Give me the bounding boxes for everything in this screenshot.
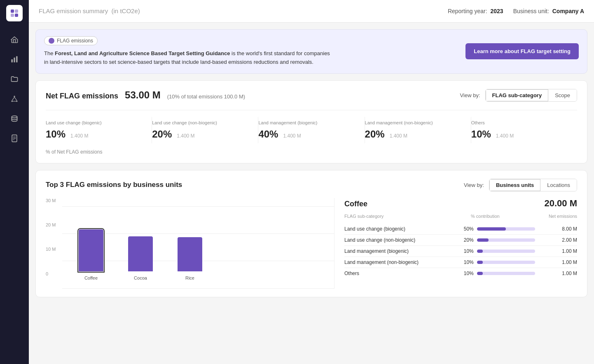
progress-bar (477, 238, 535, 242)
row-net: 2.00 M (538, 237, 577, 243)
toggle-business-units[interactable]: Business units (489, 179, 540, 191)
folder-icon[interactable] (6, 71, 23, 87)
row-pct: 10% (444, 259, 474, 265)
net-flag-value: 53.00 M (125, 89, 161, 101)
chart-bars[interactable]: Coffee Cocoa Rice (62, 206, 334, 280)
net-flag-title: Net FLAG emissions (46, 92, 118, 100)
category-cards: Land use change (biogenic) 10% 1.400 M L… (46, 110, 577, 143)
net-flag-footnote: % of Net FLAG emissions (46, 149, 577, 155)
chart-icon[interactable] (6, 51, 23, 68)
top3-content: 30 M20 M10 M0 Coffee Cocoa Ri (46, 198, 577, 289)
learn-more-button[interactable]: Learn more about FLAG target setting (465, 43, 579, 59)
top3-view-by: View by: Business units Locations (464, 179, 577, 191)
svg-rect-0 (11, 9, 14, 13)
svg-rect-3 (15, 14, 18, 17)
col-header-net: Net emissions (500, 214, 577, 219)
view-by-label: View by: (460, 92, 480, 98)
category-card-4: Others 10% 1.400 M (471, 117, 577, 143)
svg-rect-4 (12, 59, 13, 63)
gridline-0 (62, 288, 334, 289)
bar-label: Coffee (84, 275, 98, 280)
top3-section: Top 3 FLAG emissions by business units V… (35, 170, 587, 297)
category-amount: 1.400 M (390, 133, 407, 139)
category-amount: 1.400 M (177, 133, 194, 139)
detail-col-headers: FLAG sub-category % contribution Net emi… (344, 214, 577, 220)
category-pct: 40% (258, 128, 278, 140)
bar-rice[interactable] (178, 237, 202, 271)
detail-item-name: Coffee (344, 200, 367, 208)
flag-badge-icon (49, 38, 54, 44)
detail-header: Coffee 20.00 M (344, 198, 577, 209)
net-flag-header: Net FLAG emissions 53.00 M (10% of total… (46, 89, 577, 102)
net-flag-title-group: Net FLAG emissions 53.00 M (10% of total… (46, 89, 245, 101)
category-pct: 20% (365, 128, 385, 140)
row-pct: 10% (444, 271, 474, 276)
flag-banner-content: FLAG emissions The Forest, Land and Agri… (44, 36, 332, 67)
svg-rect-1 (15, 9, 18, 13)
bar-group-cocoa[interactable]: Cocoa (128, 236, 153, 280)
col-header-category: FLAG sub-category (344, 214, 448, 219)
row-net: 1.00 M (538, 271, 577, 276)
bar-cocoa[interactable] (128, 236, 153, 271)
svg-rect-2 (11, 14, 14, 17)
network-icon[interactable] (6, 91, 23, 107)
category-card-2: Land management (biogenic) 40% 1.400 M (258, 117, 365, 143)
progress-bar (477, 272, 535, 275)
flag-badge: FLAG emissions (44, 36, 98, 45)
row-net: 8.00 M (538, 226, 577, 232)
progress-bar (477, 250, 535, 253)
net-flag-section: Net FLAG emissions 53.00 M (10% of total… (35, 80, 587, 163)
svg-line-10 (12, 97, 14, 100)
top3-header: Top 3 FLAG emissions by business units V… (46, 179, 577, 191)
document-icon[interactable] (6, 130, 23, 147)
category-label: Land use change (non-biogenic) (152, 120, 251, 125)
bar-chart: 30 M20 M10 M0 Coffee Cocoa Ri (46, 198, 334, 289)
header-meta: Reporting year: 2023 Business unit: Comp… (448, 8, 584, 14)
detail-area: Coffee 20.00 M FLAG sub-category % contr… (334, 198, 577, 289)
detail-row: Land management (biogenic) 10% 1.00 M (344, 246, 577, 257)
col-header-contribution: % contribution (448, 214, 500, 219)
category-label: Land use change (biogenic) (46, 120, 145, 125)
toggle-locations[interactable]: Locations (540, 179, 577, 191)
detail-item-value: 20.00 M (545, 198, 578, 209)
row-pct: 20% (444, 237, 474, 243)
row-category: Land use change (biogenic) (344, 226, 441, 232)
row-pct: 50% (444, 226, 474, 232)
svg-point-13 (12, 116, 17, 118)
sidebar (0, 0, 29, 364)
category-card-1: Land use change (non-biogenic) 20% 1.400… (152, 117, 258, 143)
toggle-scope[interactable]: Scope (548, 89, 577, 101)
toggle-flag-sub-category[interactable]: FLAG sub-category (486, 89, 549, 101)
top3-view-by-label: View by: (464, 182, 484, 188)
detail-row: Land use change (non-biogenic) 20% 2.00 … (344, 235, 577, 246)
category-amount: 1.400 M (283, 133, 301, 139)
category-amount: 1.400 M (70, 133, 88, 139)
svg-point-7 (14, 96, 15, 97)
main-content: FLAG emission summary (in tCO2e) Reporti… (29, 0, 594, 364)
detail-rows: Land use change (biogenic) 50% 8.00 M La… (344, 224, 577, 279)
bar-label: Cocoa (134, 275, 147, 280)
business-unit-label: Business unit: Company A (513, 8, 584, 14)
svg-rect-6 (16, 56, 17, 63)
category-card-0: Land use change (biogenic) 10% 1.400 M (46, 117, 152, 143)
net-flag-sub: (10% of total emissions 100.0 M) (167, 93, 245, 100)
detail-row: Land management (non-biogenic) 10% 1.00 … (344, 257, 577, 268)
bar-coffee[interactable] (79, 229, 103, 271)
category-amount: 1.400 M (496, 133, 514, 139)
app-logo[interactable] (6, 5, 23, 21)
bar-label: Rice (185, 275, 194, 280)
category-pct: 10% (46, 128, 65, 140)
top3-title: Top 3 FLAG emissions by business units (46, 181, 182, 189)
home-icon[interactable] (6, 31, 23, 48)
net-flag-view-by: View by: FLAG sub-category Scope (460, 89, 577, 102)
bar-group-rice[interactable]: Rice (178, 237, 202, 280)
category-label: Others (471, 120, 571, 125)
net-flag-toggle[interactable]: FLAG sub-category Scope (485, 89, 578, 102)
category-label: Land management (non-biogenic) (365, 120, 464, 125)
row-net: 1.00 M (538, 259, 577, 265)
database-icon[interactable] (6, 110, 23, 127)
flag-banner-text: The Forest, Land and Agriculture Science… (44, 49, 332, 67)
top3-toggle[interactable]: Business units Locations (489, 179, 577, 191)
bar-group-coffee[interactable]: Coffee (79, 229, 103, 280)
top-header: FLAG emission summary (in tCO2e) Reporti… (29, 0, 594, 23)
